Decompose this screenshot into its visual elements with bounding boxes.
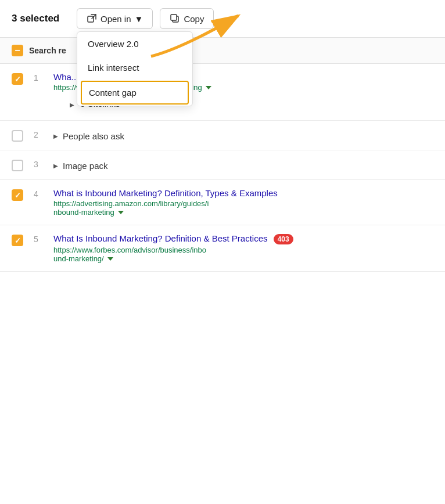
- row-5-url-text: https://www.forbes.com/advisor/business/…: [53, 246, 206, 254]
- row-5-url-line2: und-marketing/: [53, 254, 433, 263]
- copy-label: Copy: [184, 14, 204, 24]
- open-in-menu: Overview 2.0 Link intersect Content gap: [77, 31, 193, 106]
- row-2-label: People also ask: [63, 131, 124, 141]
- selected-count: 3 selected: [12, 13, 70, 24]
- copy-button[interactable]: Copy: [160, 8, 214, 29]
- row-5-title[interactable]: What Is Inbound Marketing? Definition & …: [53, 233, 433, 244]
- row-1-num: 1: [34, 72, 46, 82]
- row-2-num: 2: [34, 129, 46, 139]
- row-3-label: Image pack: [63, 161, 108, 171]
- row-1-url-arrow[interactable]: [206, 86, 211, 89]
- row-4-url-line2: nbound-marketing: [53, 208, 433, 217]
- row-1-checkbox[interactable]: [12, 73, 23, 85]
- row-1-checkbox-area: [12, 72, 27, 85]
- table-header-row: Search re: [0, 38, 445, 64]
- row-3-checkbox-area: [12, 159, 27, 171]
- toolbar: 3 selected Open in ▼ Overview 2.0 Link i…: [0, 0, 445, 38]
- menu-item-link-intersect[interactable]: Link intersect: [77, 56, 192, 80]
- row-3-expand-arrow[interactable]: ▶: [53, 163, 58, 169]
- table-area: Search re 1 Wha... HubSpot https://www.h…: [0, 38, 445, 272]
- select-all-checkbox[interactable]: [12, 45, 23, 56]
- row-4-checkbox-area: [12, 188, 27, 201]
- row-3-num: 3: [34, 159, 46, 169]
- row-5-badge: 403: [274, 234, 293, 244]
- row-5-checkbox[interactable]: [12, 235, 23, 246]
- row-2-expand-arrow[interactable]: ▶: [53, 133, 58, 139]
- row-4-url-text: https://advertising.amazon.com/library/g…: [53, 199, 209, 208]
- row-3-feature: ▶ Image pack: [53, 159, 433, 171]
- row-2-checkbox-area: [12, 129, 27, 142]
- open-in-dropdown-arrow: ▼: [135, 14, 143, 24]
- table-header-label: Search re: [29, 46, 66, 55]
- copy-icon: [170, 13, 180, 24]
- open-in-button[interactable]: Open in ▼: [77, 8, 153, 29]
- row-5-content: What Is Inbound Marketing? Definition & …: [53, 233, 433, 263]
- row-3-checkbox[interactable]: [12, 160, 23, 171]
- row-5-checkbox-area: [12, 233, 27, 246]
- row-5-url-arrow[interactable]: [107, 257, 113, 261]
- row-4-title[interactable]: What is Inbound Marketing? Definition, T…: [53, 188, 433, 198]
- row-5-url-text-2: und-marketing/: [53, 254, 104, 263]
- row-4-content: What is Inbound Marketing? Definition, T…: [53, 188, 433, 217]
- row-4-url-arrow[interactable]: [118, 211, 124, 214]
- row-3-content: ▶ Image pack: [53, 159, 433, 171]
- row-4-url: https://advertising.amazon.com/library/g…: [53, 199, 433, 208]
- row-4-url-text-2: nbound-marketing: [53, 208, 114, 217]
- row-4-checkbox[interactable]: [12, 189, 23, 201]
- sitelinks-expand-arrow[interactable]: ▶: [70, 102, 74, 108]
- open-in-label: Open in: [101, 14, 131, 24]
- row-2-checkbox[interactable]: [12, 130, 23, 142]
- svg-rect-2: [171, 15, 177, 20]
- table-row: 4 What is Inbound Marketing? Definition,…: [0, 180, 445, 225]
- table-row: 2 ▶ People also ask: [0, 121, 445, 150]
- row-2-feature: ▶ People also ask: [53, 129, 433, 141]
- table-row: 1 Wha... HubSpot https://www.hubspot.com…: [0, 64, 445, 121]
- row-5-title-text: What Is Inbound Marketing? Definition & …: [53, 233, 268, 243]
- row-5-num: 5: [34, 233, 46, 244]
- open-in-icon: [87, 13, 97, 24]
- row-5-url: https://www.forbes.com/advisor/business/…: [53, 246, 433, 254]
- open-in-dropdown-wrapper: Open in ▼ Overview 2.0 Link intersect Co…: [77, 8, 153, 29]
- menu-item-content-gap[interactable]: Content gap: [81, 81, 189, 105]
- table-row: 5 What Is Inbound Marketing? Definition …: [0, 225, 445, 272]
- menu-item-overview[interactable]: Overview 2.0: [77, 32, 192, 56]
- row-2-content: ▶ People also ask: [53, 129, 433, 141]
- table-row: 3 ▶ Image pack: [0, 150, 445, 180]
- row-4-num: 4: [34, 188, 46, 199]
